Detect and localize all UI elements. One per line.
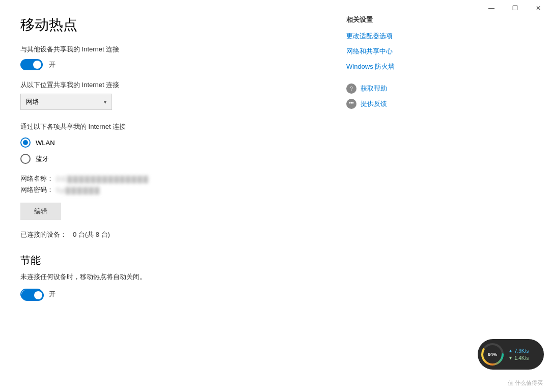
- radio-wlan-outer: [20, 137, 31, 148]
- source-section: 从以下位置共享我的 Internet 连接 网络 ▾: [20, 80, 336, 110]
- feedback-icon: [346, 99, 356, 109]
- help-section: ? 获取帮助 提供反馈: [346, 83, 448, 109]
- minimize-button[interactable]: —: [480, 0, 503, 16]
- connected-label: 已连接的设备：: [20, 230, 67, 239]
- network-password-row: 网络密码： 5p▓▓▓▓▓▓: [20, 185, 336, 194]
- radio-wlan-label: WLAN: [36, 139, 55, 147]
- speed-download-row: ▼ 1.4K/s: [508, 355, 529, 361]
- radio-bluetooth[interactable]: 蓝牙: [20, 154, 336, 164]
- energy-description: 未连接任何设备时，移动热点将自动关闭。: [20, 272, 336, 282]
- energy-section-title: 节能: [20, 254, 336, 267]
- speed-gauge: 84%: [481, 343, 504, 366]
- feedback-item[interactable]: 提供反馈: [346, 99, 448, 109]
- speed-percent: 84%: [488, 352, 497, 357]
- edit-button[interactable]: 编辑: [20, 203, 61, 220]
- get-help-icon: ?: [346, 83, 356, 94]
- restore-button[interactable]: ❐: [503, 0, 527, 16]
- network-name-row: 网络名称： DE▓▓▓▓▓▓▓▓▓▓▓▓▓▓: [20, 174, 336, 183]
- svg-point-3: [349, 102, 351, 104]
- svg-point-2: [348, 100, 355, 107]
- network-name-value: DE▓▓▓▓▓▓▓▓▓▓▓▓▓▓: [56, 175, 149, 183]
- close-button[interactable]: ✕: [527, 0, 550, 16]
- dropdown-arrow-icon: ▾: [104, 99, 106, 105]
- network-password-key: 网络密码：: [20, 185, 56, 194]
- sharing-toggle-row: 开: [20, 59, 336, 70]
- upload-arrow-icon: ▲: [508, 348, 513, 353]
- speed-upload-row: ▲ 7.9K/s: [508, 348, 529, 354]
- network-name-key: 网络名称：: [20, 174, 56, 183]
- related-link-firewall[interactable]: Windows 防火墙: [346, 62, 448, 71]
- sharing-toggle-label: 开: [49, 60, 56, 69]
- speed-download-value: 1.4K/s: [514, 355, 529, 361]
- network-info: 网络名称： DE▓▓▓▓▓▓▓▓▓▓▓▓▓▓ 网络密码： 5p▓▓▓▓▓▓: [20, 174, 336, 194]
- download-arrow-icon: ▼: [508, 355, 513, 360]
- get-help-item[interactable]: ? 获取帮助: [346, 83, 448, 94]
- svg-point-5: [351, 102, 352, 104]
- energy-toggle-thumb: [34, 291, 42, 299]
- sharing-toggle[interactable]: [20, 59, 43, 70]
- left-panel: 移动热点 与其他设备共享我的 Internet 连接 开 从以下位置共享我的 I…: [20, 15, 336, 382]
- sharing-toggle-thumb: [33, 61, 41, 69]
- right-panel: 相关设置 更改适配器选项 网络和共享中心 Windows 防火墙 ? 获取帮助: [336, 15, 448, 382]
- speed-upload-value: 7.9K/s: [514, 348, 529, 354]
- watermark: 值 什么值得买: [508, 379, 543, 387]
- energy-toggle-label: 开: [49, 290, 56, 299]
- share-via-label: 通过以下各项共享我的 Internet 连接: [20, 122, 336, 131]
- connected-devices-row: 已连接的设备： 0 台(共 8 台): [20, 230, 336, 239]
- speed-widget: 84% ▲ 7.9K/s ▼ 1.4K/s: [478, 339, 544, 370]
- radio-bluetooth-outer: [20, 154, 31, 164]
- related-title: 相关设置: [346, 15, 448, 24]
- energy-toggle[interactable]: [20, 289, 43, 300]
- svg-point-4: [352, 102, 354, 104]
- get-help-link[interactable]: 获取帮助: [361, 84, 387, 93]
- radio-wlan-inner: [23, 140, 28, 145]
- titlebar: — ❐ ✕: [480, 0, 550, 16]
- energy-toggle-track: [21, 290, 44, 301]
- page-title: 移动热点: [20, 15, 336, 35]
- svg-text:?: ?: [350, 86, 353, 92]
- sharing-toggle-track: [20, 59, 43, 70]
- radio-bluetooth-label: 蓝牙: [36, 154, 49, 163]
- energy-toggle-row: 开: [20, 289, 336, 300]
- source-label: 从以下位置共享我的 Internet 连接: [20, 80, 336, 90]
- connected-value: 0 台(共 8 台): [73, 230, 110, 239]
- related-link-adapter[interactable]: 更改适配器选项: [346, 32, 448, 41]
- feedback-link[interactable]: 提供反馈: [361, 99, 387, 108]
- speed-values: ▲ 7.9K/s ▼ 1.4K/s: [508, 348, 529, 361]
- sharing-label: 与其他设备共享我的 Internet 连接: [20, 45, 336, 54]
- main-content: 移动热点 与其他设备共享我的 Internet 连接 开 从以下位置共享我的 I…: [0, 0, 550, 392]
- source-dropdown-value: 网络: [26, 97, 39, 106]
- source-dropdown[interactable]: 网络 ▾: [20, 94, 112, 110]
- share-via-radio-group: WLAN 蓝牙: [20, 137, 336, 164]
- radio-wlan[interactable]: WLAN: [20, 137, 336, 148]
- related-link-network-center[interactable]: 网络和共享中心: [346, 47, 448, 56]
- network-password-value: 5p▓▓▓▓▓▓: [56, 186, 100, 194]
